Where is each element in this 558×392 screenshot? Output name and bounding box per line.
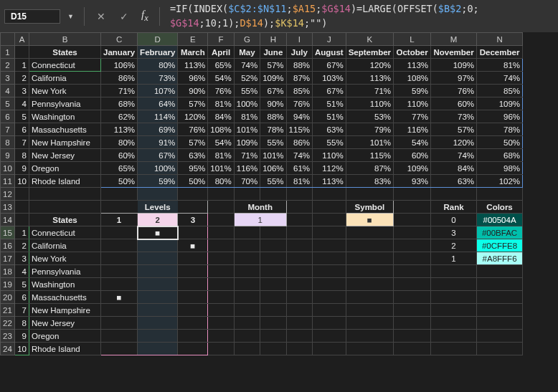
cell[interactable]: 107% <box>138 85 178 97</box>
cell[interactable]: 51% <box>313 97 346 110</box>
cell[interactable]: 112% <box>313 162 346 175</box>
cell[interactable]: 97% <box>431 72 477 85</box>
row-header[interactable]: 6 <box>1 110 15 123</box>
cell[interactable] <box>101 226 138 239</box>
cell[interactable]: 98% <box>477 162 523 175</box>
cell[interactable]: 4 <box>15 97 29 110</box>
cell[interactable]: 3 <box>15 85 29 97</box>
cell[interactable]: 68% <box>101 97 138 110</box>
spreadsheet-grid[interactable]: A B C D E F G H I J K L M N 1 States Jan… <box>0 32 558 392</box>
corner-cell[interactable] <box>1 33 15 46</box>
cell[interactable]: Rhode Island <box>29 343 101 355</box>
cell[interactable]: 116% <box>234 162 260 175</box>
col-header[interactable]: D <box>138 33 178 46</box>
cell[interactable]: 60% <box>101 149 138 162</box>
row-header[interactable]: 1 <box>1 46 15 59</box>
cell[interactable]: 1 <box>101 214 138 226</box>
cell[interactable]: 55% <box>260 136 286 149</box>
cell[interactable]: 106% <box>260 162 286 175</box>
cell[interactable]: 108% <box>394 72 431 85</box>
cell[interactable]: 109% <box>394 162 431 175</box>
cell[interactable] <box>178 226 208 239</box>
cell[interactable]: Levels <box>138 201 178 214</box>
cell[interactable]: 115% <box>286 123 312 136</box>
cell[interactable]: 54% <box>208 136 234 149</box>
cell[interactable]: New York <box>29 252 101 265</box>
cell[interactable]: 109% <box>260 72 286 85</box>
cell[interactable]: 8 <box>15 317 29 330</box>
cell[interactable]: March <box>178 46 208 59</box>
cell[interactable]: 83% <box>346 175 393 188</box>
cell[interactable]: 10 <box>15 343 29 355</box>
cell[interactable]: 67% <box>313 85 346 97</box>
cell[interactable]: 76% <box>431 85 477 97</box>
cell[interactable]: New Hampshire <box>29 136 101 149</box>
col-header[interactable]: M <box>431 33 477 46</box>
cell[interactable]: 51% <box>313 110 346 123</box>
cell[interactable]: 62% <box>101 110 138 123</box>
cell[interactable]: 3 <box>15 252 29 265</box>
cell[interactable]: 2 <box>15 239 29 252</box>
cell[interactable]: Colors <box>477 201 523 214</box>
row-header[interactable]: 10 <box>1 162 15 175</box>
cell[interactable]: 80% <box>101 136 138 149</box>
formula-input[interactable]: =IF(INDEX($C$2:$N$11;$A15;$G$14)=LARGE(O… <box>167 1 554 32</box>
col-header[interactable]: I <box>286 33 312 46</box>
cell[interactable]: 103% <box>313 72 346 85</box>
cell[interactable]: 101% <box>208 162 234 175</box>
cell[interactable]: 80% <box>138 59 178 72</box>
cell[interactable]: 84% <box>431 162 477 175</box>
cell[interactable]: 59% <box>138 175 178 188</box>
cell[interactable]: 63% <box>178 149 208 162</box>
cell[interactable]: 113% <box>394 59 431 72</box>
row-header[interactable]: 7 <box>1 123 15 136</box>
col-header[interactable]: G <box>234 33 260 46</box>
cell[interactable]: 87% <box>346 162 393 175</box>
cell[interactable]: 52% <box>234 72 260 85</box>
cell[interactable]: ■ <box>101 291 138 304</box>
cell[interactable]: 84% <box>208 110 234 123</box>
cell[interactable]: 86% <box>286 136 312 149</box>
cell[interactable]: 86% <box>101 72 138 85</box>
cell[interactable]: 95% <box>178 162 208 175</box>
cell[interactable]: 71% <box>234 149 260 162</box>
cell[interactable]: Connecticut <box>29 226 101 239</box>
cell[interactable]: 55% <box>313 136 346 149</box>
cell[interactable]: 61% <box>286 162 312 175</box>
cell[interactable]: New Jersey <box>29 149 101 162</box>
cell[interactable]: 88% <box>260 110 286 123</box>
cell[interactable]: 7 <box>15 304 29 317</box>
cell[interactable]: 91% <box>138 136 178 149</box>
cell[interactable]: January <box>101 46 138 59</box>
cell[interactable]: 94% <box>286 110 312 123</box>
cell[interactable]: 67% <box>260 85 286 97</box>
row-header[interactable]: 18 <box>1 265 15 278</box>
cell[interactable]: 50% <box>101 175 138 188</box>
row-header[interactable]: 15 <box>1 226 15 239</box>
cell[interactable]: 1 <box>15 59 29 72</box>
cell[interactable]: 100% <box>138 162 178 175</box>
row-header[interactable]: 19 <box>1 278 15 291</box>
cell[interactable]: #0CFFE8 <box>477 239 523 252</box>
cell[interactable]: 55% <box>260 175 286 188</box>
cell[interactable]: Symbol <box>346 201 393 214</box>
row-header[interactable]: 12 <box>1 188 15 201</box>
cell[interactable]: California <box>29 72 101 85</box>
cell[interactable]: 74% <box>431 149 477 162</box>
cancel-icon[interactable]: ✕ <box>92 7 110 26</box>
cell[interactable]: 50% <box>178 175 208 188</box>
cell[interactable]: Rank <box>431 201 477 214</box>
cell[interactable]: 71% <box>101 85 138 97</box>
cell[interactable]: Oregon <box>29 330 101 343</box>
cell[interactable]: 57% <box>178 136 208 149</box>
cell[interactable]: 67% <box>313 59 346 72</box>
col-header[interactable]: B <box>29 33 101 46</box>
cell[interactable]: 4 <box>15 265 29 278</box>
cell[interactable]: 101% <box>234 123 260 136</box>
cell[interactable]: 2 <box>138 214 178 226</box>
cell[interactable]: 60% <box>431 97 477 110</box>
cell[interactable]: 10 <box>15 175 29 188</box>
cell[interactable]: 90% <box>260 97 286 110</box>
cell[interactable]: 0 <box>431 214 477 226</box>
col-header[interactable]: C <box>101 33 138 46</box>
